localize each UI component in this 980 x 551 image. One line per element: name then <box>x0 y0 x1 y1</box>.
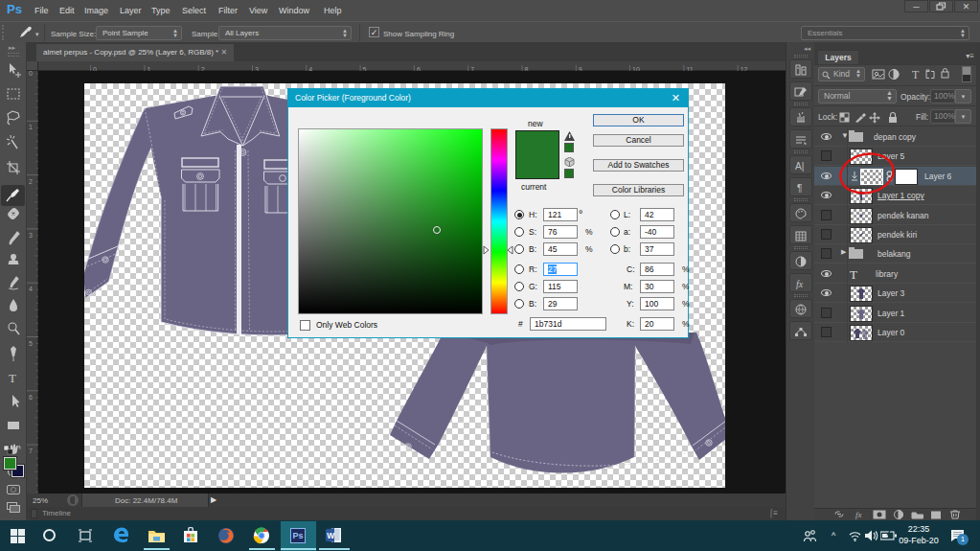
svg-text:W: W <box>327 531 335 540</box>
svg-text:6: 6 <box>29 394 33 401</box>
svg-text:2: 2 <box>29 178 33 185</box>
svg-text:¶: ¶ <box>797 183 802 194</box>
svg-text:fx: fx <box>796 279 804 289</box>
svg-text:5: 5 <box>29 340 33 347</box>
svg-text:3: 3 <box>29 232 33 239</box>
svg-text:0: 0 <box>29 71 33 77</box>
svg-text:1: 1 <box>29 124 33 130</box>
svg-text:T: T <box>912 68 920 80</box>
svg-text:fx: fx <box>855 510 862 519</box>
svg-text:A|: A| <box>795 161 804 172</box>
svg-text:7: 7 <box>29 448 33 454</box>
svg-text:4: 4 <box>29 286 33 292</box>
svg-text:T: T <box>9 371 16 385</box>
